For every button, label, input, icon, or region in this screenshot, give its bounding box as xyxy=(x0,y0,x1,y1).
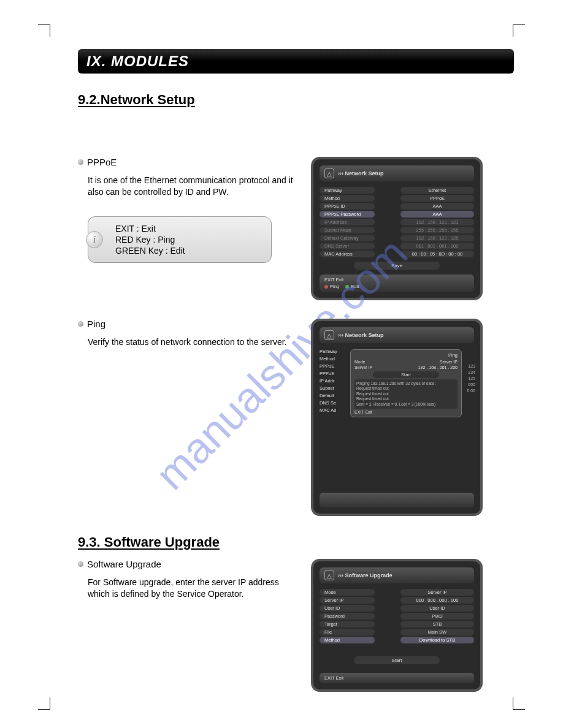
row-value: PPPoE xyxy=(400,195,474,202)
ping-body: Verify the status of network connection … xyxy=(88,336,299,348)
ping-exit: EXIT Exit xyxy=(354,410,458,414)
bullet-icon xyxy=(78,321,83,327)
dev-row: MethodPPPoE xyxy=(320,194,474,202)
dev-row: User IDUser ID xyxy=(320,604,474,612)
dev-row: Subnet Mask255 . 255 . 255 . 255 xyxy=(320,226,474,234)
dev-row: PathwayEthernet xyxy=(320,186,474,194)
row-label: Pathway xyxy=(320,187,375,194)
ping-heading-text: Ping xyxy=(87,319,105,329)
footer-edit: Edit xyxy=(351,284,359,289)
row-value: 192 . 168 . 123 . 125 xyxy=(400,235,474,241)
ping-side-values: 1232341250000:00 xyxy=(467,355,475,393)
dev-row: MethodDownload to STB xyxy=(320,636,474,644)
crop-mark xyxy=(38,697,50,710)
mode-value: Server IP xyxy=(440,360,458,364)
row-label: DNS Server xyxy=(320,243,375,249)
info-line: EXIT : Exit xyxy=(115,223,262,234)
side-value: 234 xyxy=(467,369,475,375)
mode-label: Mode xyxy=(354,360,366,364)
log-line: Request timed out. xyxy=(356,392,456,396)
swup-block: Software Upgrade For Software upgrade, e… xyxy=(78,559,514,692)
side-value: 123 xyxy=(467,363,475,369)
dev-row: ModeServer IP xyxy=(320,588,474,596)
dev-row: DNS Server001 . 001 . 001 . 000 xyxy=(320,242,474,250)
row-label: IP Address xyxy=(320,219,375,226)
info-box: i EXIT : Exit RED Key : Ping GREEN Key :… xyxy=(88,216,272,264)
dev-row: FileMain SW xyxy=(320,628,474,636)
row-value: 192 . 168 . 123 . 123 xyxy=(400,219,474,226)
footer-exit: EXIT Exit xyxy=(324,675,469,681)
row-value: 255 . 255 . 255 . 255 xyxy=(400,227,474,233)
side-value: 000 xyxy=(467,381,475,387)
crop-mark xyxy=(513,25,525,37)
row-label: Password xyxy=(320,613,375,620)
row-label: Mode xyxy=(320,589,375,596)
pppoe-body: It is one of the Ethernet communication … xyxy=(88,175,299,198)
dev-footer: EXIT Exit Ping Edit xyxy=(320,275,474,292)
log-line: Sent = 3, Received = 0, Lost = 3 (100% l… xyxy=(356,402,456,407)
swup-screenshot: △ ››› Software Upgrade ModeServer IPServ… xyxy=(311,559,483,692)
dev-row: PasswordPWD xyxy=(320,612,474,620)
row-value: 001 . 001 . 001 . 000 xyxy=(400,243,474,249)
save-button: Save xyxy=(354,262,440,270)
pppoe-heading: PPPoE xyxy=(78,157,299,167)
row-value: Main SW xyxy=(400,629,474,635)
warning-icon: △ xyxy=(324,571,334,580)
dev-row: TargetSTB xyxy=(320,620,474,628)
dev-blank-footer xyxy=(320,493,474,507)
bullet-icon xyxy=(78,561,83,567)
row-label: Default Gateway xyxy=(320,235,375,241)
info-icon: i xyxy=(86,231,103,248)
dev-row: PPPoE IDAAA xyxy=(320,202,474,210)
footer-exit: EXIT Exit xyxy=(324,277,469,282)
chapter-header: IX. MODULES xyxy=(78,49,514,74)
row-label: Server IP xyxy=(320,597,375,604)
dev-title: ››› Software Upgrade xyxy=(338,572,393,578)
swup-heading: Software Upgrade xyxy=(78,559,299,569)
pppoe-block: PPPoE It is one of the Ethernet communic… xyxy=(78,157,514,300)
dev-footer: EXIT Exit xyxy=(320,673,474,683)
row-value: User ID xyxy=(400,605,474,612)
row-value: AAA xyxy=(400,211,474,218)
row-label: PPPoE ID xyxy=(320,203,375,210)
ping-dialog: Ping ModeServer IP Server IP192 . 168 . … xyxy=(350,349,462,417)
bullet-icon xyxy=(78,159,83,165)
dev-row: PPPoE PasswordAAA xyxy=(320,210,474,218)
row-value: 00 : 00 : 05 : 8D : 00 : 00 xyxy=(400,251,474,257)
section-9-3-title: 9.3. Software Upgrade xyxy=(78,534,514,550)
crop-mark xyxy=(38,25,50,37)
dev-row: MAC Address00 : 00 : 05 : 8D : 00 : 00 xyxy=(320,250,474,258)
dev-title: ››› Network Setup xyxy=(338,170,384,176)
row-value: 000 . 000 . 000 . 000 xyxy=(400,597,474,604)
ping-screenshot: △ ››› Network Setup PathwayMethodPPPoEPP… xyxy=(311,319,483,516)
footer-ping: Ping xyxy=(330,284,339,289)
warning-icon: △ xyxy=(324,169,334,178)
crop-mark xyxy=(513,697,525,710)
ping-heading: Ping xyxy=(78,319,299,329)
row-value: AAA xyxy=(400,203,474,210)
row-value: Server IP xyxy=(400,589,474,596)
dev-row: IP Address192 . 168 . 123 . 123 xyxy=(320,218,474,226)
dev-rows: ModeServer IPServer IP000 . 000 . 000 . … xyxy=(320,588,474,644)
swup-body: For Software upgrade, enter the server I… xyxy=(88,577,299,600)
side-value: 0:00 xyxy=(467,387,475,393)
serverip-label: Server IP xyxy=(354,365,372,370)
row-value: Ethernet xyxy=(400,187,474,194)
network-setup-screenshot: △ ››› Network Setup PathwayEthernetMetho… xyxy=(311,157,483,300)
info-line: GREEN Key : Edit xyxy=(115,245,262,256)
row-label: Target xyxy=(320,621,375,628)
ping-block: Ping Verify the status of network connec… xyxy=(78,319,514,516)
dev-title: ››› Network Setup xyxy=(338,332,384,338)
pppoe-heading-text: PPPoE xyxy=(87,157,117,167)
ping-dialog-title: Ping xyxy=(354,352,458,358)
serverip-value: 192 . 168 . 001 . 200 xyxy=(418,365,458,370)
row-value: Download to STB xyxy=(400,637,474,643)
green-dot-icon xyxy=(345,285,349,289)
row-label: Method xyxy=(320,637,375,643)
row-label: Subnet Mask xyxy=(320,227,375,233)
warning-icon: △ xyxy=(324,330,334,340)
log-line: Request timed out. xyxy=(356,396,456,401)
chapter-title: IX. MODULES xyxy=(86,53,189,69)
red-dot-icon xyxy=(324,285,328,289)
row-value: STB xyxy=(400,621,474,628)
